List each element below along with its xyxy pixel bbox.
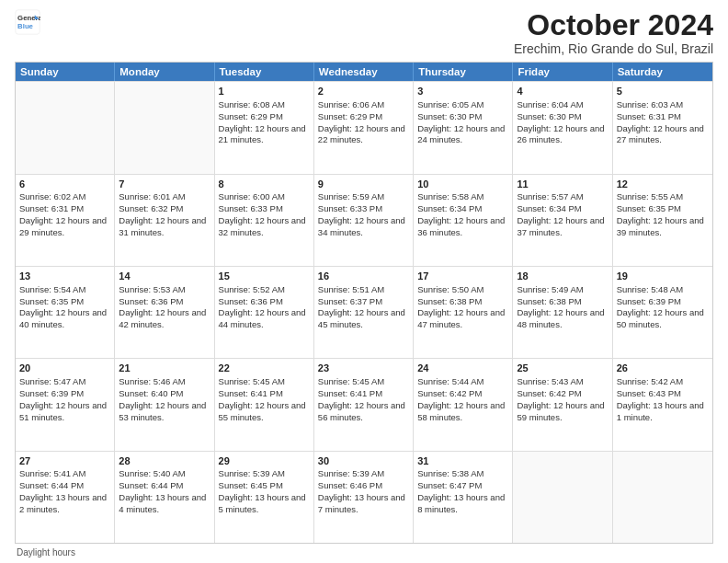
calendar-body: 1Sunrise: 6:08 AMSunset: 6:29 PMDaylight…: [16, 81, 712, 543]
day-number: 3: [417, 85, 508, 98]
sunset-text: Sunset: 6:45 PM: [219, 480, 283, 490]
sunset-text: Sunset: 6:34 PM: [417, 203, 482, 213]
calendar-header: SundayMondayTuesdayWednesdayThursdayFrid…: [16, 63, 712, 81]
weekday-header-tuesday: Tuesday: [215, 63, 314, 81]
weekday-header-saturday: Saturday: [613, 63, 712, 81]
daylight-text: Daylight: 12 hours and 39 minutes.: [617, 215, 704, 237]
sunset-text: Sunset: 6:46 PM: [318, 480, 382, 490]
daylight-text: Daylight: 12 hours and 32 minutes.: [219, 215, 306, 237]
sunrise-text: Sunrise: 5:42 AM: [617, 376, 683, 386]
calendar-cell-day-19: 19Sunrise: 5:48 AMSunset: 6:39 PMDayligh…: [613, 267, 712, 358]
day-number: 26: [617, 362, 709, 375]
day-number: 11: [517, 178, 608, 191]
day-number: 31: [417, 454, 508, 468]
daylight-text: Daylight: 12 hours and 44 minutes.: [219, 307, 306, 329]
calendar-cell-day-28: 28Sunrise: 5:40 AMSunset: 6:44 PMDayligh…: [115, 452, 214, 543]
calendar-cell-day-21: 21Sunrise: 5:46 AMSunset: 6:40 PMDayligh…: [115, 359, 214, 450]
sunrise-text: Sunrise: 5:40 AM: [119, 468, 185, 478]
sunset-text: Sunset: 6:42 PM: [417, 388, 482, 398]
daylight-text: Daylight: 12 hours and 37 minutes.: [517, 215, 604, 237]
sunset-text: Sunset: 6:30 PM: [517, 111, 581, 121]
calendar-row-2: 13Sunrise: 5:54 AMSunset: 6:35 PMDayligh…: [16, 266, 712, 358]
sunrise-text: Sunrise: 5:39 AM: [318, 468, 384, 478]
day-number: 29: [219, 454, 310, 468]
day-number: 28: [119, 454, 210, 468]
weekday-header-monday: Monday: [115, 63, 214, 81]
calendar-cell-day-31: 31Sunrise: 5:38 AMSunset: 6:47 PMDayligh…: [414, 452, 513, 543]
daylight-text: Daylight: 12 hours and 22 minutes.: [318, 123, 405, 145]
day-number: 21: [119, 362, 210, 375]
daylight-text: Daylight: 12 hours and 34 minutes.: [318, 215, 405, 237]
sunset-text: Sunset: 6:35 PM: [19, 296, 84, 306]
calendar-cell-day-17: 17Sunrise: 5:50 AMSunset: 6:38 PMDayligh…: [414, 267, 513, 358]
sunset-text: Sunset: 6:42 PM: [517, 388, 581, 398]
sunrise-text: Sunrise: 5:38 AM: [417, 468, 483, 478]
calendar-cell-day-16: 16Sunrise: 5:51 AMSunset: 6:37 PMDayligh…: [314, 267, 414, 358]
day-number: 23: [318, 362, 409, 375]
daylight-text: Daylight: 13 hours and 2 minutes.: [19, 492, 107, 514]
logo: General Blue: [15, 9, 40, 35]
day-number: 4: [517, 85, 608, 98]
sunrise-text: Sunrise: 6:03 AM: [617, 99, 683, 109]
day-number: 25: [517, 362, 608, 375]
day-number: 18: [517, 270, 608, 283]
daylight-text: Daylight: 12 hours and 36 minutes.: [417, 215, 505, 237]
calendar-cell-day-3: 3Sunrise: 6:05 AMSunset: 6:30 PMDaylight…: [414, 82, 513, 173]
daylight-text: Daylight: 12 hours and 29 minutes.: [19, 215, 107, 237]
day-number: 1: [219, 85, 310, 98]
daylight-text: Daylight: 12 hours and 47 minutes.: [417, 307, 505, 329]
sunset-text: Sunset: 6:39 PM: [617, 296, 681, 306]
calendar-cell-day-9: 9Sunrise: 5:59 AMSunset: 6:33 PMDaylight…: [314, 175, 414, 266]
calendar-cell-empty: [513, 452, 612, 543]
day-number: 5: [617, 85, 709, 98]
sunset-text: Sunset: 6:44 PM: [19, 480, 84, 490]
daylight-text: Daylight: 12 hours and 45 minutes.: [318, 307, 405, 329]
sunset-text: Sunset: 6:29 PM: [219, 111, 283, 121]
daylight-text: Daylight: 12 hours and 56 minutes.: [318, 400, 405, 422]
daylight-text: Daylight: 12 hours and 40 minutes.: [19, 307, 107, 329]
sunrise-text: Sunrise: 5:43 AM: [517, 376, 583, 386]
daylight-text: Daylight: 12 hours and 58 minutes.: [417, 400, 505, 422]
sunrise-text: Sunrise: 6:04 AM: [517, 99, 583, 109]
sunset-text: Sunset: 6:39 PM: [19, 388, 84, 398]
day-number: 19: [617, 270, 709, 283]
sunrise-text: Sunrise: 5:47 AM: [19, 376, 85, 386]
sunrise-text: Sunrise: 5:53 AM: [119, 284, 185, 294]
sunrise-text: Sunrise: 6:05 AM: [417, 99, 483, 109]
daylight-text: Daylight: 12 hours and 31 minutes.: [119, 215, 206, 237]
daylight-text: Daylight: 12 hours and 50 minutes.: [617, 307, 704, 329]
sunset-text: Sunset: 6:33 PM: [318, 203, 382, 213]
daylight-text: Daylight: 12 hours and 53 minutes.: [119, 400, 206, 422]
sunset-text: Sunset: 6:36 PM: [219, 296, 283, 306]
calendar-row-0: 1Sunrise: 6:08 AMSunset: 6:29 PMDaylight…: [16, 81, 712, 173]
calendar-cell-empty: [16, 82, 115, 173]
sunset-text: Sunset: 6:47 PM: [417, 480, 482, 490]
calendar-cell-day-22: 22Sunrise: 5:45 AMSunset: 6:41 PMDayligh…: [215, 359, 314, 450]
daylight-text: Daylight: 12 hours and 48 minutes.: [517, 307, 604, 329]
sunset-text: Sunset: 6:30 PM: [417, 111, 482, 121]
daylight-text: Daylight: 12 hours and 55 minutes.: [219, 400, 306, 422]
calendar-cell-day-24: 24Sunrise: 5:44 AMSunset: 6:42 PMDayligh…: [414, 359, 513, 450]
day-number: 17: [417, 270, 508, 283]
sunset-text: Sunset: 6:41 PM: [318, 388, 382, 398]
sunrise-text: Sunrise: 5:52 AM: [219, 284, 285, 294]
sunrise-text: Sunrise: 6:06 AM: [318, 99, 384, 109]
daylight-text: Daylight: 12 hours and 59 minutes.: [517, 400, 604, 422]
day-number: 24: [417, 362, 508, 375]
calendar-row-1: 6Sunrise: 6:02 AMSunset: 6:31 PMDaylight…: [16, 174, 712, 266]
sunrise-text: Sunrise: 6:08 AM: [219, 99, 285, 109]
calendar-cell-day-7: 7Sunrise: 6:01 AMSunset: 6:32 PMDaylight…: [115, 175, 214, 266]
month-title: October 2024: [514, 9, 713, 41]
sunset-text: Sunset: 6:43 PM: [617, 388, 681, 398]
sunrise-text: Sunrise: 6:01 AM: [119, 191, 185, 201]
sunset-text: Sunset: 6:38 PM: [417, 296, 482, 306]
sunrise-text: Sunrise: 5:44 AM: [417, 376, 483, 386]
calendar-cell-day-10: 10Sunrise: 5:58 AMSunset: 6:34 PMDayligh…: [414, 175, 513, 266]
header: General Blue October 2024 Erechim, Rio G…: [15, 9, 713, 56]
sunrise-text: Sunrise: 5:50 AM: [417, 284, 483, 294]
sunset-text: Sunset: 6:29 PM: [318, 111, 382, 121]
sunset-text: Sunset: 6:41 PM: [219, 388, 283, 398]
sunrise-text: Sunrise: 5:45 AM: [219, 376, 285, 386]
calendar-cell-day-5: 5Sunrise: 6:03 AMSunset: 6:31 PMDaylight…: [613, 82, 712, 173]
sunset-text: Sunset: 6:44 PM: [119, 480, 183, 490]
